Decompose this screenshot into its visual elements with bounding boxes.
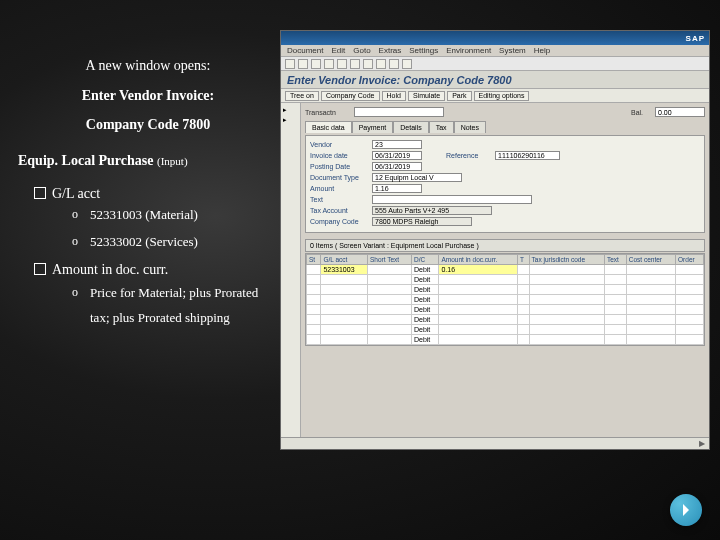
grid-cell[interactable] <box>439 325 518 335</box>
col-header[interactable]: Text <box>604 255 626 265</box>
toolbar-button[interactable] <box>389 59 399 69</box>
grid-cell[interactable] <box>439 315 518 325</box>
col-header[interactable]: T <box>518 255 530 265</box>
col-header[interactable]: Order <box>676 255 704 265</box>
grid-cell[interactable] <box>626 265 675 275</box>
grid-cell[interactable] <box>439 295 518 305</box>
grid-cell[interactable] <box>439 335 518 345</box>
grid-cell[interactable] <box>518 275 530 285</box>
tree-node[interactable]: ▸ <box>283 115 298 125</box>
grid-cell[interactable] <box>676 335 704 345</box>
grid-cell[interactable] <box>307 285 321 295</box>
grid-cell[interactable] <box>529 315 604 325</box>
grid-cell[interactable] <box>529 265 604 275</box>
reference-field[interactable]: 111106290116 <box>495 151 560 160</box>
grid-cell[interactable] <box>307 325 321 335</box>
vendor-field[interactable]: 23 <box>372 140 422 149</box>
posting-date-field[interactable]: 06/31/2019 <box>372 162 422 171</box>
grid-cell[interactable] <box>307 335 321 345</box>
menu-item[interactable]: Help <box>534 46 550 55</box>
menu-item[interactable]: Edit <box>331 46 345 55</box>
doc-type-field[interactable]: 12 Equipm Local V <box>372 173 462 182</box>
grid-cell[interactable] <box>518 265 530 275</box>
toolbar-button[interactable] <box>363 59 373 69</box>
menu-item[interactable]: Environment <box>446 46 491 55</box>
tab-details[interactable]: Details <box>393 121 428 133</box>
grid-cell[interactable]: Debit <box>411 285 439 295</box>
grid-cell[interactable] <box>518 335 530 345</box>
grid-cell[interactable] <box>529 285 604 295</box>
grid-cell[interactable] <box>676 285 704 295</box>
grid-cell[interactable] <box>307 295 321 305</box>
table-row[interactable]: Debit <box>307 275 704 285</box>
table-row[interactable]: 52331003Debit0.16 <box>307 265 704 275</box>
grid-cell[interactable]: 52331003 <box>321 265 368 275</box>
grid-cell[interactable] <box>518 305 530 315</box>
table-row[interactable]: Debit <box>307 285 704 295</box>
toolbar-button[interactable] <box>285 59 295 69</box>
grid-cell[interactable] <box>321 315 368 325</box>
tab-basic-data[interactable]: Basic data <box>305 121 352 133</box>
grid-cell[interactable] <box>604 335 626 345</box>
tree-on-button[interactable]: Tree on <box>285 91 319 101</box>
park-button[interactable]: Park <box>447 91 471 101</box>
toolbar-button[interactable] <box>376 59 386 69</box>
grid-cell[interactable] <box>367 285 411 295</box>
grid-cell[interactable] <box>321 325 368 335</box>
menu-item[interactable]: Goto <box>353 46 370 55</box>
grid-cell[interactable] <box>439 285 518 295</box>
menu-item[interactable]: System <box>499 46 526 55</box>
grid-cell[interactable] <box>676 325 704 335</box>
grid-cell[interactable] <box>367 325 411 335</box>
grid-cell[interactable] <box>367 315 411 325</box>
grid-cell[interactable] <box>367 305 411 315</box>
grid-cell[interactable] <box>307 315 321 325</box>
col-header[interactable]: Amount in doc.curr. <box>439 255 518 265</box>
grid-cell[interactable] <box>604 275 626 285</box>
grid-cell[interactable] <box>604 325 626 335</box>
grid-cell[interactable] <box>439 275 518 285</box>
grid-cell[interactable] <box>626 295 675 305</box>
toolbar-button[interactable] <box>350 59 360 69</box>
grid-cell[interactable] <box>321 295 368 305</box>
transactn-field[interactable] <box>354 107 444 117</box>
grid-cell[interactable] <box>367 335 411 345</box>
grid-cell[interactable] <box>676 275 704 285</box>
grid-cell[interactable] <box>307 305 321 315</box>
grid-cell[interactable] <box>626 325 675 335</box>
table-row[interactable]: Debit <box>307 325 704 335</box>
grid-cell[interactable] <box>604 305 626 315</box>
grid-cell[interactable] <box>529 335 604 345</box>
toolbar-button[interactable] <box>324 59 334 69</box>
grid-cell[interactable] <box>518 295 530 305</box>
table-row[interactable]: Debit <box>307 315 704 325</box>
col-header[interactable]: Cost center <box>626 255 675 265</box>
tab-tax[interactable]: Tax <box>429 121 454 133</box>
company-code-button[interactable]: Company Code <box>321 91 380 101</box>
grid-cell[interactable] <box>626 335 675 345</box>
editing-options-button[interactable]: Editing options <box>474 91 530 101</box>
grid-cell[interactable] <box>321 285 368 295</box>
menu-item[interactable]: Extras <box>379 46 402 55</box>
grid-cell[interactable] <box>529 275 604 285</box>
tree-node[interactable]: ▸ <box>283 105 298 115</box>
col-header[interactable]: Tax jurisdictn code <box>529 255 604 265</box>
grid-cell[interactable] <box>307 265 321 275</box>
grid-cell[interactable]: Debit <box>411 295 439 305</box>
grid-cell[interactable] <box>321 335 368 345</box>
menu-item[interactable]: Settings <box>409 46 438 55</box>
simulate-button[interactable]: Simulate <box>408 91 445 101</box>
grid-cell[interactable] <box>676 305 704 315</box>
col-header[interactable]: D/C <box>411 255 439 265</box>
grid-cell[interactable] <box>321 305 368 315</box>
grid-cell[interactable] <box>518 315 530 325</box>
grid-cell[interactable] <box>604 285 626 295</box>
amount-field[interactable]: 1.16 <box>372 184 422 193</box>
grid-cell[interactable] <box>529 295 604 305</box>
grid-cell[interactable] <box>529 325 604 335</box>
col-header[interactable]: G/L acct <box>321 255 368 265</box>
grid-cell[interactable] <box>626 275 675 285</box>
toolbar-button[interactable] <box>298 59 308 69</box>
grid-cell[interactable]: Debit <box>411 265 439 275</box>
col-header[interactable]: Short Text <box>367 255 411 265</box>
